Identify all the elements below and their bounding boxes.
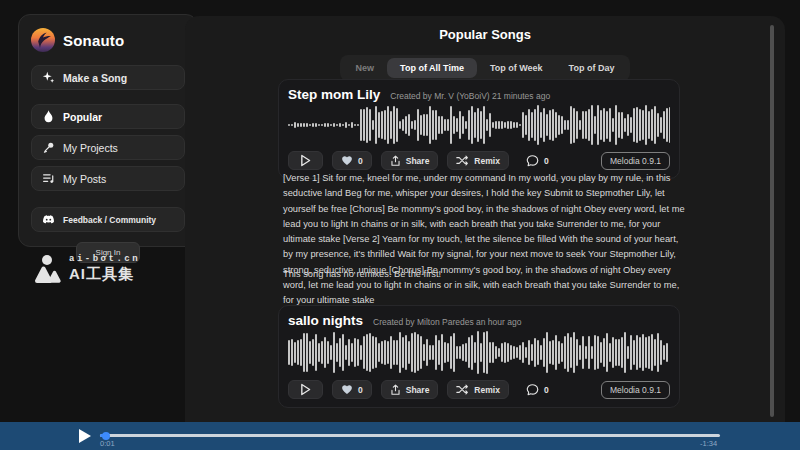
share-label: Share xyxy=(406,156,430,166)
playlist-icon xyxy=(42,172,55,185)
aibot-name: AI工具集 xyxy=(69,265,140,284)
model-badge: Melodia 0.9.1 xyxy=(601,381,670,399)
make-a-song-label: Make a Song xyxy=(63,72,127,84)
song-card: Step mom Lily Created by Mr. V (YoBoiV) … xyxy=(278,79,680,179)
player-progress-slider[interactable] xyxy=(100,434,720,437)
song-title[interactable]: Step mom Lily xyxy=(288,87,380,102)
play-button[interactable] xyxy=(288,380,323,399)
sidebar-item-label: Popular xyxy=(63,111,102,123)
play-icon xyxy=(300,383,311,396)
player-play-button[interactable] xyxy=(76,427,94,445)
tab-bar: New Top of All Time Top of Week Top of D… xyxy=(340,55,631,81)
comment-icon xyxy=(526,155,539,167)
tab-top-of-week[interactable]: Top of Week xyxy=(477,58,556,78)
share-icon xyxy=(390,384,401,396)
like-count: 0 xyxy=(358,385,363,395)
sidebar-item-label: My Projects xyxy=(63,142,118,154)
feedback-community-label: Feedback / Community xyxy=(63,215,156,225)
sidebar: Sonauto Make a Song Popular My Projects … xyxy=(18,14,198,247)
app-title: Sonauto xyxy=(63,32,124,49)
comment-count: 0 xyxy=(544,385,549,395)
play-icon xyxy=(79,429,91,443)
remix-label: Remix xyxy=(474,156,500,166)
sonauto-logo-icon xyxy=(31,28,55,52)
sidebar-item-popular[interactable]: Popular xyxy=(31,104,185,129)
song-lyrics: [Verse 1] Sit for me, kneel for me, unde… xyxy=(283,171,689,309)
discord-icon xyxy=(42,215,55,225)
share-button[interactable]: Share xyxy=(381,151,439,170)
remix-label: Remix xyxy=(474,385,500,395)
waveform[interactable] xyxy=(288,105,670,145)
tab-top-of-day[interactable]: Top of Day xyxy=(556,58,628,78)
like-count: 0 xyxy=(358,156,363,166)
aibot-domain: ai-bot.cn xyxy=(69,254,140,264)
sparkles-icon xyxy=(42,71,55,84)
song-byline: Created by Mr. V (YoBoiV) 21 minutes ago xyxy=(390,91,550,101)
player-bar: 0:01 -1:34 xyxy=(0,422,800,450)
model-badge: Melodia 0.9.1 xyxy=(601,152,670,170)
like-button[interactable]: 0 xyxy=(332,151,372,170)
feedback-community-button[interactable]: Feedback / Community xyxy=(31,207,185,232)
waveform[interactable] xyxy=(288,331,670,374)
main-panel: Popular Songs New Top of All Time Top of… xyxy=(185,16,785,450)
play-icon xyxy=(300,154,311,167)
player-remaining-time: -1:34 xyxy=(700,439,717,448)
aibot-logo[interactable]: ai-bot.cn AI工具集 xyxy=(34,254,140,284)
app-logo[interactable]: Sonauto xyxy=(31,28,185,52)
tab-top-of-all-time[interactable]: Top of All Time xyxy=(387,58,477,78)
play-button[interactable] xyxy=(288,151,323,170)
share-label: Share xyxy=(406,385,430,395)
page-title: Popular Songs xyxy=(185,16,785,42)
bird-icon xyxy=(31,28,55,52)
comments-button[interactable]: 0 xyxy=(518,380,557,399)
song-title[interactable]: sallo nights xyxy=(288,313,363,328)
like-button[interactable]: 0 xyxy=(332,380,372,399)
remix-button[interactable]: Remix xyxy=(447,380,509,399)
heart-icon xyxy=(341,384,353,395)
song-byline: Created by Milton Paredes an hour ago xyxy=(373,317,521,327)
player-elapsed-time: 0:01 xyxy=(100,439,115,448)
shuffle-icon xyxy=(456,155,469,166)
sidebar-item-label: My Posts xyxy=(63,173,106,185)
microphone-icon xyxy=(42,141,55,154)
make-a-song-button[interactable]: Make a Song xyxy=(31,65,185,90)
sidebar-item-my-projects[interactable]: My Projects xyxy=(31,135,185,160)
comment-icon xyxy=(526,384,539,396)
flame-icon xyxy=(42,110,55,123)
share-button[interactable]: Share xyxy=(381,380,439,399)
comment-count: 0 xyxy=(544,156,549,166)
aibot-logo-text: ai-bot.cn AI工具集 xyxy=(69,254,140,284)
comments-button[interactable]: 0 xyxy=(518,151,557,170)
no-remixes-text: This song has no remixes. Be the first! xyxy=(283,269,689,279)
tab-new[interactable]: New xyxy=(343,58,388,78)
share-icon xyxy=(390,155,401,167)
aibot-logo-icon xyxy=(34,254,62,284)
scrollbar[interactable] xyxy=(770,25,774,417)
song-card: sallo nights Created by Milton Paredes a… xyxy=(278,305,680,408)
sidebar-item-my-posts[interactable]: My Posts xyxy=(31,166,185,191)
remix-button[interactable]: Remix xyxy=(447,151,509,170)
heart-icon xyxy=(341,155,353,166)
shuffle-icon xyxy=(456,384,469,395)
